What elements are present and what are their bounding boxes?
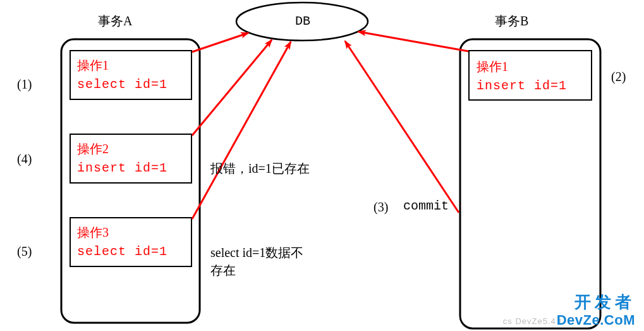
arrow-a1-to-db bbox=[192, 33, 248, 52]
step-label-4: (4) bbox=[17, 152, 32, 166]
watermark-chinese: 开发者 bbox=[574, 291, 635, 313]
op-a2-annotation: 报错，id=1已存在 bbox=[210, 160, 310, 177]
commit-text: commit bbox=[403, 199, 449, 213]
op-a1-code: select id=1 bbox=[77, 77, 167, 92]
op-a3-annotation-line1: select id=1数据不 bbox=[210, 244, 303, 261]
watermark-latin: DevZe.CoM bbox=[557, 312, 635, 328]
step-label-1: (1) bbox=[17, 77, 32, 92]
op-b1-code: insert id=1 bbox=[477, 78, 567, 93]
transaction-a-title: 事务A bbox=[98, 13, 132, 30]
op-a3-title: 操作3 bbox=[77, 224, 109, 241]
op-a2-title: 操作2 bbox=[77, 141, 109, 158]
op-a3-annotation-line2: 存在 bbox=[210, 262, 236, 279]
step-label-5: (5) bbox=[17, 244, 32, 259]
arrow-a2-to-db bbox=[192, 40, 272, 135]
arrow-b-commit-to-db bbox=[345, 41, 459, 213]
arrow-a3-to-db bbox=[192, 42, 291, 219]
watermark-faint: cs DevZe5.4 t bbox=[503, 316, 562, 326]
op-b1-title: 操作1 bbox=[477, 58, 508, 75]
transaction-b-title: 事务B bbox=[495, 13, 528, 30]
diagram-stage: DB 事务A 事务B 操作1 select id=1 (1) 操作2 inser… bbox=[0, 0, 644, 331]
op-a3-code: select id=1 bbox=[77, 244, 167, 259]
op-a2-code: insert id=1 bbox=[77, 161, 167, 175]
op-a1-title: 操作1 bbox=[77, 57, 109, 74]
step-label-2: (2) bbox=[611, 70, 626, 84]
arrow-b1-to-db bbox=[358, 32, 468, 51]
db-label: DB bbox=[295, 14, 310, 28]
step-label-3: (3) bbox=[374, 200, 388, 215]
